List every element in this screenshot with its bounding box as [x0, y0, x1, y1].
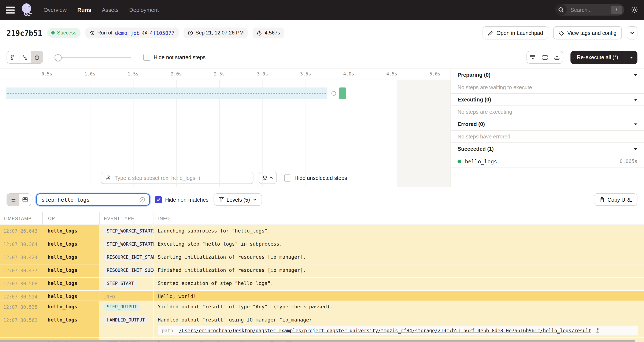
log-view-mode-group — [6, 193, 31, 206]
axis-tick: 1.5s — [128, 72, 138, 77]
log-row[interactable]: 12:07:26.643hello_logsSTEP_WORKER_STARTI… — [0, 225, 644, 238]
panel-empty-message: No steps are executing — [451, 106, 644, 118]
log-message: Executing step "hello_logs" in subproces… — [158, 241, 640, 247]
log-filter-input[interactable] — [40, 196, 139, 203]
log-info: Started execution of step "hello_logs". — [154, 278, 644, 290]
clock-icon — [188, 30, 193, 36]
structured-logs-button[interactable] — [19, 194, 31, 206]
split-view-button[interactable] — [539, 51, 550, 63]
log-header-op: OP — [42, 212, 99, 224]
log-row[interactable]: 12:07:30.562hello_logsHANDLED_OUTPUTHand… — [0, 314, 644, 338]
axis-tick: 2.5s — [214, 72, 225, 77]
event-type-badge: STEP_WORKER_STARTED — [104, 240, 162, 248]
log-info: Launching subprocess for "hello_logs". — [154, 225, 644, 238]
panel-section-title: Preparing (0) — [458, 72, 490, 78]
log-row[interactable]: 12:07:30.535hello_logsSTEP_OUTPUTYielded… — [0, 301, 644, 314]
gear-icon[interactable] — [631, 6, 638, 14]
hide-non-matches-checkbox[interactable] — [155, 196, 162, 203]
step-execution-bar[interactable] — [339, 88, 346, 99]
copy-path-icon[interactable] — [595, 328, 600, 333]
levels-filter-button[interactable]: Levels (5) — [213, 194, 262, 206]
event-type-badge: STEP_START — [104, 280, 138, 288]
success-dot-icon — [458, 160, 461, 163]
hide-unselected-label: Hide unselected steps — [294, 175, 347, 181]
search-input[interactable] — [570, 6, 608, 13]
log-message: Yielded output "result" of type "Any". (… — [158, 304, 640, 310]
panel-section-title: Succeeded (1) — [458, 146, 494, 152]
log-row[interactable]: 12:07:30.508hello_logsSTEP_STARTStarted … — [0, 278, 644, 291]
timed-view-button[interactable] — [31, 51, 43, 63]
gridline — [349, 80, 349, 187]
panel-section-header[interactable]: Errored (0) — [451, 118, 644, 130]
waterfall-view-button[interactable] — [19, 51, 31, 63]
gridline — [435, 80, 435, 187]
horizontal-scrollbar[interactable] — [0, 340, 635, 342]
log-row[interactable]: 12:07:30.524hello_logsINFOHello, world! — [0, 291, 644, 301]
graph-query-toggle-button[interactable] — [259, 172, 277, 184]
menu-icon[interactable] — [6, 6, 15, 13]
reexecute-menu-button[interactable] — [625, 51, 638, 64]
step-subset-input[interactable] — [114, 174, 249, 181]
unstructured-logs-button[interactable] — [7, 194, 19, 206]
slider-knob[interactable] — [54, 54, 62, 61]
hide-unselected-checkbox[interactable] — [284, 174, 291, 181]
run-logs-section: Hide non-matches Levels (5) Copy URL TIM… — [0, 187, 644, 342]
gantt-zoom-slider[interactable] — [54, 56, 131, 58]
panel-section-title: Executing (0) — [458, 96, 491, 103]
log-message: Starting initialization of resources [io… — [158, 254, 640, 260]
log-message: Hello, world! — [158, 294, 640, 299]
log-timestamp: 12:07:30.424 — [0, 251, 42, 264]
flat-view-button[interactable] — [7, 51, 19, 63]
gantt-plot-area: Hide unselected steps — [0, 80, 450, 187]
axis-tick: 2.0s — [171, 72, 182, 77]
panel-section-header[interactable]: Preparing (0) — [451, 69, 644, 81]
nav-item-runs[interactable]: Runs — [78, 7, 91, 13]
log-header-event-type: EVENT TYPE — [99, 212, 154, 224]
path-link[interactable]: /Users/erincochran/Desktop/dagster-examp… — [179, 328, 591, 333]
log-row[interactable]: 12:07:30.437hello_logsRESOURCE_INIT_SUCC… — [0, 264, 644, 278]
panel-empty-message: No steps are waiting to execute — [451, 82, 644, 94]
stopwatch-icon — [257, 30, 262, 36]
step-waiting-bar[interactable] — [6, 88, 327, 99]
step-status-panel: Preparing (0)No steps are waiting to exe… — [450, 69, 644, 187]
clear-filter-icon[interactable] — [139, 196, 146, 203]
log-timestamp: 12:07:30.508 — [0, 278, 42, 290]
nav-item-deployment[interactable]: Deployment — [129, 7, 159, 13]
panel-section-header[interactable]: Executing (0) — [451, 94, 644, 106]
nav-item-overview[interactable]: Overview — [44, 7, 66, 13]
copy-url-button[interactable]: Copy URL — [594, 194, 638, 206]
run-gantt-section: 0.5s1.0s1.5s2.0s2.5s3.0s3.5s4.0s4.5s5.0s — [0, 68, 644, 187]
log-event-type: STEP_OUTPUT — [99, 301, 154, 314]
funnel-icon — [218, 197, 224, 202]
panel-step-row[interactable]: hello_logs0.065s — [451, 155, 644, 168]
log-event-type: RESOURCE_INIT_SUCC… — [99, 264, 154, 277]
run-actions-menu-button[interactable] — [627, 26, 638, 39]
clipboard-icon — [599, 197, 604, 202]
view-tags-config-button[interactable]: View tags and config — [553, 26, 622, 39]
gridline — [392, 80, 392, 187]
collapse-down-button[interactable] — [527, 51, 539, 63]
dagster-logo[interactable] — [20, 2, 34, 17]
status-dot-icon — [51, 31, 54, 35]
log-filter-input-wrap — [36, 194, 150, 206]
log-row[interactable]: 12:07:30.364hello_logsSTEP_WORKER_STARTE… — [0, 238, 644, 251]
panel-empty-message: No steps have errored — [451, 131, 644, 143]
nav-item-assets[interactable]: Assets — [102, 7, 118, 13]
log-info: Executing step "hello_logs" in subproces… — [154, 238, 644, 251]
log-op: hello_logs — [42, 291, 99, 300]
global-search[interactable]: / — [555, 4, 624, 16]
axis-tick: 4.5s — [386, 72, 397, 77]
reexecute-all-button[interactable]: Re-execute all (*) — [570, 51, 624, 64]
job-link[interactable]: demo_job — [115, 30, 140, 36]
caret-down-icon — [634, 74, 637, 76]
panel-section-header[interactable]: Succeeded (1) — [451, 143, 644, 155]
panel-section-title: Errored (0) — [458, 121, 485, 127]
caret-down-icon — [634, 98, 637, 101]
log-row[interactable]: 12:07:30.424hello_logsRESOURCE_INIT_STAR… — [0, 251, 644, 264]
open-in-launchpad-button[interactable]: Open in Launchpad — [482, 26, 548, 39]
axis-tick: 5.0s — [430, 72, 440, 77]
snapshot-link[interactable]: 4f105077 — [150, 30, 175, 36]
hide-not-started-checkbox[interactable] — [143, 54, 150, 61]
event-type-badge: STEP_OUTPUT — [104, 303, 140, 311]
expand-up-button[interactable] — [550, 51, 562, 63]
